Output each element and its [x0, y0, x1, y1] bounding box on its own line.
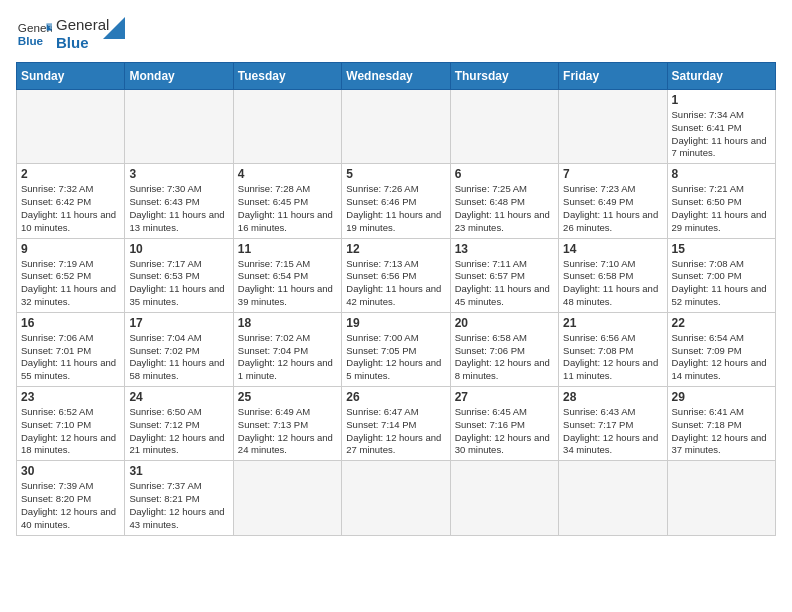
day-info: Sunrise: 7:00 AM Sunset: 7:05 PM Dayligh…: [346, 332, 445, 383]
day-info: Sunrise: 6:41 AM Sunset: 7:18 PM Dayligh…: [672, 406, 771, 457]
day-number: 15: [672, 242, 771, 256]
day-info: Sunrise: 7:21 AM Sunset: 6:50 PM Dayligh…: [672, 183, 771, 234]
day-number: 11: [238, 242, 337, 256]
day-info: Sunrise: 7:10 AM Sunset: 6:58 PM Dayligh…: [563, 258, 662, 309]
calendar-cell: 29Sunrise: 6:41 AM Sunset: 7:18 PM Dayli…: [667, 387, 775, 461]
day-info: Sunrise: 6:50 AM Sunset: 7:12 PM Dayligh…: [129, 406, 228, 457]
day-number: 9: [21, 242, 120, 256]
calendar-cell: 9Sunrise: 7:19 AM Sunset: 6:52 PM Daylig…: [17, 238, 125, 312]
day-number: 27: [455, 390, 554, 404]
day-info: Sunrise: 6:54 AM Sunset: 7:09 PM Dayligh…: [672, 332, 771, 383]
calendar-cell: [667, 461, 775, 535]
calendar-cell: [342, 90, 450, 164]
calendar-cell: [559, 461, 667, 535]
day-header: Friday: [559, 63, 667, 90]
day-number: 5: [346, 167, 445, 181]
logo-blue: Blue: [56, 34, 109, 52]
day-number: 20: [455, 316, 554, 330]
calendar-cell: 30Sunrise: 7:39 AM Sunset: 8:20 PM Dayli…: [17, 461, 125, 535]
calendar-week-row: 2Sunrise: 7:32 AM Sunset: 6:42 PM Daylig…: [17, 164, 776, 238]
calendar-cell: 31Sunrise: 7:37 AM Sunset: 8:21 PM Dayli…: [125, 461, 233, 535]
day-info: Sunrise: 6:58 AM Sunset: 7:06 PM Dayligh…: [455, 332, 554, 383]
day-number: 7: [563, 167, 662, 181]
calendar-header-row: SundayMondayTuesdayWednesdayThursdayFrid…: [17, 63, 776, 90]
calendar-cell: 6Sunrise: 7:25 AM Sunset: 6:48 PM Daylig…: [450, 164, 558, 238]
calendar-cell: 20Sunrise: 6:58 AM Sunset: 7:06 PM Dayli…: [450, 312, 558, 386]
calendar-cell: 24Sunrise: 6:50 AM Sunset: 7:12 PM Dayli…: [125, 387, 233, 461]
day-info: Sunrise: 6:47 AM Sunset: 7:14 PM Dayligh…: [346, 406, 445, 457]
day-info: Sunrise: 7:17 AM Sunset: 6:53 PM Dayligh…: [129, 258, 228, 309]
calendar-cell: 1Sunrise: 7:34 AM Sunset: 6:41 PM Daylig…: [667, 90, 775, 164]
calendar-cell: 21Sunrise: 6:56 AM Sunset: 7:08 PM Dayli…: [559, 312, 667, 386]
calendar-cell: 10Sunrise: 7:17 AM Sunset: 6:53 PM Dayli…: [125, 238, 233, 312]
calendar-cell: [450, 461, 558, 535]
day-header: Thursday: [450, 63, 558, 90]
day-header: Wednesday: [342, 63, 450, 90]
day-info: Sunrise: 7:19 AM Sunset: 6:52 PM Dayligh…: [21, 258, 120, 309]
svg-text:Blue: Blue: [18, 34, 44, 47]
day-number: 1: [672, 93, 771, 107]
logo-general: General: [56, 16, 109, 34]
day-number: 12: [346, 242, 445, 256]
calendar-cell: 16Sunrise: 7:06 AM Sunset: 7:01 PM Dayli…: [17, 312, 125, 386]
day-info: Sunrise: 7:39 AM Sunset: 8:20 PM Dayligh…: [21, 480, 120, 531]
logo: General Blue General Blue: [16, 16, 125, 52]
calendar-cell: 2Sunrise: 7:32 AM Sunset: 6:42 PM Daylig…: [17, 164, 125, 238]
calendar-cell: 18Sunrise: 7:02 AM Sunset: 7:04 PM Dayli…: [233, 312, 341, 386]
day-number: 25: [238, 390, 337, 404]
day-number: 2: [21, 167, 120, 181]
day-info: Sunrise: 6:49 AM Sunset: 7:13 PM Dayligh…: [238, 406, 337, 457]
day-info: Sunrise: 7:23 AM Sunset: 6:49 PM Dayligh…: [563, 183, 662, 234]
calendar-week-row: 30Sunrise: 7:39 AM Sunset: 8:20 PM Dayli…: [17, 461, 776, 535]
day-header: Tuesday: [233, 63, 341, 90]
calendar-cell: 25Sunrise: 6:49 AM Sunset: 7:13 PM Dayli…: [233, 387, 341, 461]
day-number: 6: [455, 167, 554, 181]
calendar-week-row: 23Sunrise: 6:52 AM Sunset: 7:10 PM Dayli…: [17, 387, 776, 461]
day-number: 29: [672, 390, 771, 404]
calendar-cell: [559, 90, 667, 164]
day-info: Sunrise: 6:56 AM Sunset: 7:08 PM Dayligh…: [563, 332, 662, 383]
logo-icon: General Blue: [16, 16, 52, 52]
day-number: 22: [672, 316, 771, 330]
day-info: Sunrise: 7:30 AM Sunset: 6:43 PM Dayligh…: [129, 183, 228, 234]
day-info: Sunrise: 7:08 AM Sunset: 7:00 PM Dayligh…: [672, 258, 771, 309]
day-info: Sunrise: 6:43 AM Sunset: 7:17 PM Dayligh…: [563, 406, 662, 457]
calendar-cell: 19Sunrise: 7:00 AM Sunset: 7:05 PM Dayli…: [342, 312, 450, 386]
day-info: Sunrise: 7:26 AM Sunset: 6:46 PM Dayligh…: [346, 183, 445, 234]
calendar-cell: [342, 461, 450, 535]
day-number: 21: [563, 316, 662, 330]
calendar-week-row: 1Sunrise: 7:34 AM Sunset: 6:41 PM Daylig…: [17, 90, 776, 164]
day-info: Sunrise: 7:32 AM Sunset: 6:42 PM Dayligh…: [21, 183, 120, 234]
calendar-cell: 3Sunrise: 7:30 AM Sunset: 6:43 PM Daylig…: [125, 164, 233, 238]
calendar-cell: 13Sunrise: 7:11 AM Sunset: 6:57 PM Dayli…: [450, 238, 558, 312]
day-info: Sunrise: 7:11 AM Sunset: 6:57 PM Dayligh…: [455, 258, 554, 309]
calendar-cell: 12Sunrise: 7:13 AM Sunset: 6:56 PM Dayli…: [342, 238, 450, 312]
day-number: 17: [129, 316, 228, 330]
day-header: Monday: [125, 63, 233, 90]
calendar-cell: [233, 461, 341, 535]
day-number: 18: [238, 316, 337, 330]
calendar-cell: 5Sunrise: 7:26 AM Sunset: 6:46 PM Daylig…: [342, 164, 450, 238]
day-number: 30: [21, 464, 120, 478]
day-info: Sunrise: 7:34 AM Sunset: 6:41 PM Dayligh…: [672, 109, 771, 160]
day-number: 4: [238, 167, 337, 181]
calendar-cell: [17, 90, 125, 164]
day-number: 31: [129, 464, 228, 478]
day-info: Sunrise: 7:25 AM Sunset: 6:48 PM Dayligh…: [455, 183, 554, 234]
day-info: Sunrise: 7:04 AM Sunset: 7:02 PM Dayligh…: [129, 332, 228, 383]
day-header: Saturday: [667, 63, 775, 90]
day-number: 13: [455, 242, 554, 256]
day-number: 24: [129, 390, 228, 404]
calendar-cell: 7Sunrise: 7:23 AM Sunset: 6:49 PM Daylig…: [559, 164, 667, 238]
calendar-cell: 11Sunrise: 7:15 AM Sunset: 6:54 PM Dayli…: [233, 238, 341, 312]
day-number: 3: [129, 167, 228, 181]
day-number: 26: [346, 390, 445, 404]
day-info: Sunrise: 7:02 AM Sunset: 7:04 PM Dayligh…: [238, 332, 337, 383]
day-info: Sunrise: 7:13 AM Sunset: 6:56 PM Dayligh…: [346, 258, 445, 309]
day-number: 10: [129, 242, 228, 256]
calendar-table: SundayMondayTuesdayWednesdayThursdayFrid…: [16, 62, 776, 536]
calendar-cell: 17Sunrise: 7:04 AM Sunset: 7:02 PM Dayli…: [125, 312, 233, 386]
calendar-cell: 22Sunrise: 6:54 AM Sunset: 7:09 PM Dayli…: [667, 312, 775, 386]
day-info: Sunrise: 7:15 AM Sunset: 6:54 PM Dayligh…: [238, 258, 337, 309]
calendar-week-row: 16Sunrise: 7:06 AM Sunset: 7:01 PM Dayli…: [17, 312, 776, 386]
